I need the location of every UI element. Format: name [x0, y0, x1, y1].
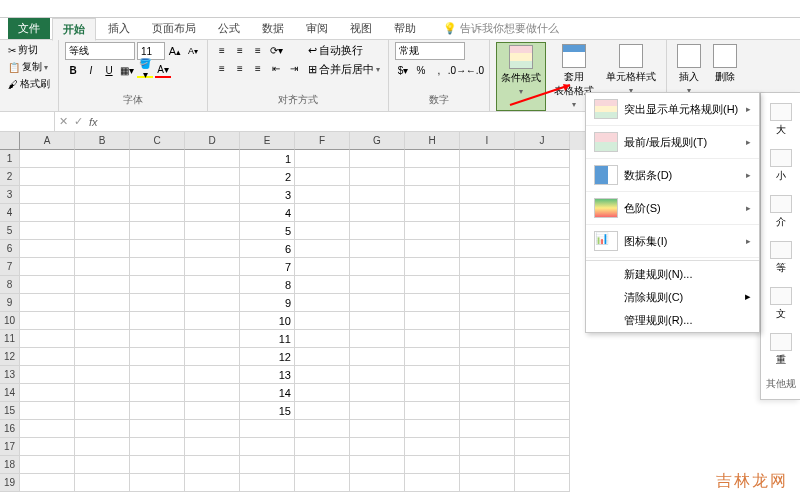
cell[interactable]: [185, 258, 240, 276]
cell[interactable]: [185, 420, 240, 438]
cell[interactable]: [75, 456, 130, 474]
cell[interactable]: [350, 150, 405, 168]
row-header[interactable]: 4: [0, 204, 20, 222]
cell[interactable]: [515, 456, 570, 474]
cell[interactable]: [20, 258, 75, 276]
column-header[interactable]: F: [295, 132, 350, 150]
menu-color-scales[interactable]: 色阶(S) ▸: [586, 192, 759, 225]
cell[interactable]: [20, 456, 75, 474]
cell[interactable]: [460, 294, 515, 312]
number-format-select[interactable]: [395, 42, 465, 60]
cell[interactable]: [130, 438, 185, 456]
cell[interactable]: 1: [240, 150, 295, 168]
cell[interactable]: [20, 420, 75, 438]
cell[interactable]: [350, 384, 405, 402]
cell[interactable]: [20, 474, 75, 492]
cell[interactable]: [20, 276, 75, 294]
cell[interactable]: [460, 348, 515, 366]
cell[interactable]: [20, 438, 75, 456]
cell[interactable]: [185, 366, 240, 384]
cell[interactable]: [295, 420, 350, 438]
tell-me-search[interactable]: 💡 告诉我你想要做什么: [443, 21, 559, 36]
cell[interactable]: [20, 240, 75, 258]
tab-help[interactable]: 帮助: [384, 18, 426, 39]
cell[interactable]: [240, 420, 295, 438]
cancel-icon[interactable]: ✕: [59, 115, 68, 128]
side-item-3[interactable]: 介: [761, 189, 800, 235]
cell[interactable]: [75, 294, 130, 312]
cell[interactable]: [405, 438, 460, 456]
wrap-text-button[interactable]: ↩自动换行: [306, 42, 382, 59]
cell[interactable]: [460, 312, 515, 330]
cell[interactable]: [20, 366, 75, 384]
cell[interactable]: [20, 384, 75, 402]
cell[interactable]: [130, 150, 185, 168]
cell[interactable]: [515, 420, 570, 438]
cell[interactable]: 3: [240, 186, 295, 204]
row-header[interactable]: 2: [0, 168, 20, 186]
cell[interactable]: [185, 240, 240, 258]
cell[interactable]: [460, 204, 515, 222]
cell[interactable]: [185, 348, 240, 366]
cell[interactable]: [460, 276, 515, 294]
cell[interactable]: [20, 294, 75, 312]
cell[interactable]: [460, 366, 515, 384]
row-header[interactable]: 8: [0, 276, 20, 294]
cell[interactable]: [350, 330, 405, 348]
cell[interactable]: [515, 168, 570, 186]
cell[interactable]: [75, 474, 130, 492]
cell[interactable]: [350, 258, 405, 276]
cell[interactable]: [295, 168, 350, 186]
cell[interactable]: [75, 222, 130, 240]
side-item-1[interactable]: 大: [761, 97, 800, 143]
decrease-font-button[interactable]: A▾: [185, 43, 201, 59]
cell[interactable]: [405, 474, 460, 492]
select-all-corner[interactable]: [0, 132, 20, 150]
cell[interactable]: [295, 312, 350, 330]
cell[interactable]: 2: [240, 168, 295, 186]
align-right-button[interactable]: ≡: [250, 60, 266, 76]
column-header[interactable]: C: [130, 132, 185, 150]
merge-center-button[interactable]: ⊞合并后居中▾: [306, 61, 382, 78]
underline-button[interactable]: U: [101, 62, 117, 78]
row-header[interactable]: 6: [0, 240, 20, 258]
percent-button[interactable]: %: [413, 62, 429, 78]
cell[interactable]: [20, 348, 75, 366]
row-header[interactable]: 11: [0, 330, 20, 348]
cell[interactable]: 7: [240, 258, 295, 276]
row-header[interactable]: 16: [0, 420, 20, 438]
cell[interactable]: [75, 312, 130, 330]
cell[interactable]: 14: [240, 384, 295, 402]
cell[interactable]: [350, 240, 405, 258]
row-header[interactable]: 12: [0, 348, 20, 366]
cell[interactable]: [460, 330, 515, 348]
cell[interactable]: [350, 276, 405, 294]
cell[interactable]: [515, 438, 570, 456]
cell[interactable]: [460, 474, 515, 492]
cell[interactable]: [75, 402, 130, 420]
align-center-button[interactable]: ≡: [232, 60, 248, 76]
cell[interactable]: [515, 276, 570, 294]
column-header[interactable]: G: [350, 132, 405, 150]
cell[interactable]: [75, 384, 130, 402]
cell[interactable]: [75, 348, 130, 366]
cell[interactable]: [20, 168, 75, 186]
increase-decimal-button[interactable]: .0→: [449, 62, 465, 78]
cell[interactable]: [295, 204, 350, 222]
currency-button[interactable]: $▾: [395, 62, 411, 78]
side-other-rules[interactable]: 其他规: [761, 373, 800, 395]
cell[interactable]: [295, 258, 350, 276]
cell[interactable]: [185, 186, 240, 204]
conditional-format-button[interactable]: 条件格式 ▾: [496, 42, 546, 111]
cell[interactable]: [350, 366, 405, 384]
cell[interactable]: [460, 402, 515, 420]
cell[interactable]: 12: [240, 348, 295, 366]
align-top-button[interactable]: ≡: [214, 42, 230, 58]
cell[interactable]: [130, 384, 185, 402]
row-header[interactable]: 13: [0, 366, 20, 384]
side-item-6[interactable]: 重: [761, 327, 800, 373]
cell[interactable]: [515, 222, 570, 240]
cell[interactable]: [295, 186, 350, 204]
cell[interactable]: [20, 186, 75, 204]
cell[interactable]: [240, 474, 295, 492]
